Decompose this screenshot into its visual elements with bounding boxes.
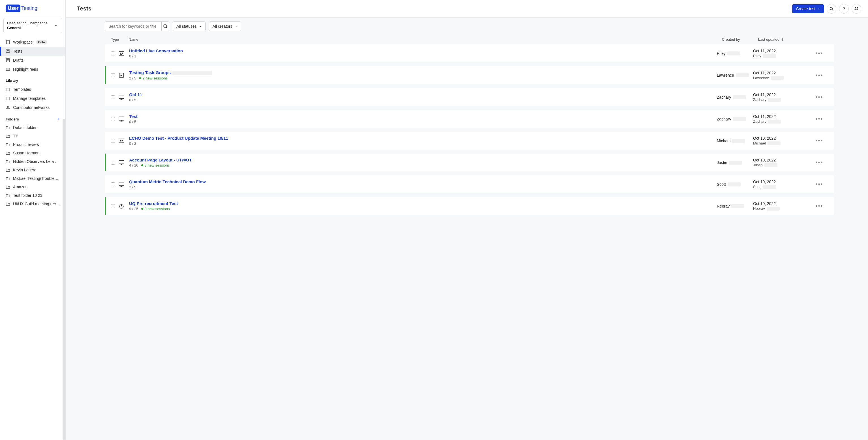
contributor-networks-icon bbox=[6, 105, 10, 110]
test-count: 2 / 5 bbox=[129, 76, 136, 80]
folder-name: Default folder bbox=[13, 125, 36, 130]
test-row: Oct 11 0 / 5 Zachary Oct 11, 2022 Zachar… bbox=[105, 88, 834, 106]
redacted bbox=[763, 54, 776, 58]
sidebar-item-label: Templates bbox=[13, 87, 31, 92]
row-checkbox[interactable] bbox=[111, 161, 115, 165]
row-checkbox[interactable] bbox=[111, 52, 115, 56]
sidebar-item-highlight-reels[interactable]: Highlight reels bbox=[0, 65, 65, 74]
row-checkbox[interactable] bbox=[111, 73, 115, 77]
workspace-name: General bbox=[7, 26, 48, 30]
new-sessions-badge: 2 new sessions bbox=[139, 76, 167, 80]
sidebar-item-workspace[interactable]: Workspace Beta bbox=[0, 38, 65, 47]
test-title-link[interactable]: Testing Task Groups bbox=[129, 70, 171, 75]
test-title-link[interactable]: Untitled Live Conversation bbox=[129, 48, 183, 53]
status-filter[interactable]: All statuses bbox=[173, 22, 206, 31]
creator-filter[interactable]: All creators bbox=[209, 22, 241, 31]
drafts-icon bbox=[6, 58, 10, 63]
row-checkbox[interactable] bbox=[111, 204, 115, 208]
row-checkbox[interactable] bbox=[111, 139, 115, 143]
folder-item[interactable]: Product review bbox=[0, 140, 65, 149]
test-type-icon bbox=[118, 203, 125, 209]
workspace-selector[interactable]: UserTesting Champagne General bbox=[3, 18, 62, 33]
row-checkbox[interactable] bbox=[111, 117, 115, 121]
user-avatar[interactable]: JJ bbox=[851, 4, 861, 13]
logo-text: Testing bbox=[21, 5, 37, 11]
sidebar-item-templates[interactable]: Templates bbox=[0, 85, 65, 94]
folder-icon bbox=[6, 142, 10, 147]
test-count: 0 / 1 bbox=[129, 54, 136, 58]
row-checkbox[interactable] bbox=[111, 182, 115, 187]
folder-item[interactable]: Susan Harmon bbox=[0, 149, 65, 157]
row-actions-button[interactable]: ••• bbox=[813, 136, 825, 145]
row-checkbox[interactable] bbox=[111, 95, 115, 99]
redacted bbox=[731, 204, 744, 208]
test-count: 2 / 5 bbox=[129, 185, 136, 189]
row-actions-button[interactable]: ••• bbox=[813, 180, 825, 189]
test-title-link[interactable]: Account Page Layout - UT@UT bbox=[129, 158, 192, 162]
row-actions-button[interactable]: ••• bbox=[813, 93, 825, 102]
updated-date: Oct 11, 2022 bbox=[753, 48, 810, 53]
test-title-link[interactable]: Test bbox=[129, 114, 137, 119]
search-button[interactable] bbox=[161, 22, 169, 31]
creator-name: Neerav bbox=[717, 204, 730, 208]
logo[interactable]: User Testing bbox=[0, 0, 65, 17]
creator-name: Riley bbox=[717, 51, 725, 56]
folder-item[interactable]: Default folder bbox=[0, 123, 65, 132]
add-folder-button[interactable]: + bbox=[57, 116, 60, 122]
folder-item[interactable]: Amazon bbox=[0, 183, 65, 191]
global-search-button[interactable] bbox=[827, 4, 836, 13]
sidebar-item-label: Highlight reels bbox=[13, 67, 38, 72]
column-created-by[interactable]: Created by bbox=[722, 37, 758, 41]
test-type-icon bbox=[118, 94, 125, 100]
test-title-link[interactable]: UQ Pre-recruitment Test bbox=[129, 201, 178, 206]
updated-date: Oct 10, 2022 bbox=[753, 136, 810, 140]
row-actions-button[interactable]: ••• bbox=[813, 158, 825, 167]
row-actions-button[interactable]: ••• bbox=[813, 202, 825, 210]
column-name[interactable]: Name bbox=[128, 37, 722, 41]
help-button[interactable]: ? bbox=[839, 4, 849, 13]
sidebar-item-contributor-networks[interactable]: Contributor networks bbox=[0, 103, 65, 112]
folder-item[interactable]: Test folder 10 23 bbox=[0, 191, 65, 200]
sort-arrow-down-icon bbox=[780, 38, 784, 41]
sidebar-item-label: Contributor networks bbox=[13, 105, 50, 110]
updater-name: Michael bbox=[753, 141, 766, 145]
row-actions-button[interactable]: ••• bbox=[813, 71, 825, 80]
row-actions-button[interactable]: ••• bbox=[813, 114, 825, 123]
column-last-updated-label: Last updated bbox=[758, 37, 779, 41]
updated-date: Oct 11, 2022 bbox=[753, 114, 810, 119]
folder-item[interactable]: Kevin Legere bbox=[0, 166, 65, 174]
sidebar-scrollbar[interactable] bbox=[63, 119, 65, 440]
workspace-icon bbox=[6, 40, 10, 44]
sidebar-item-drafts[interactable]: Drafts bbox=[0, 56, 65, 65]
test-count: 0 / 5 bbox=[129, 98, 136, 102]
test-title-link[interactable]: Quantum Metric Technical Demo Flow bbox=[129, 179, 206, 184]
test-row: Untitled Live Conversation 0 / 1 Riley O… bbox=[105, 44, 834, 62]
test-type-icon bbox=[118, 138, 125, 144]
sidebar-item-manage-templates[interactable]: Manage templates bbox=[0, 94, 65, 103]
search-input[interactable] bbox=[105, 22, 161, 31]
tests-icon bbox=[6, 49, 10, 54]
search-group bbox=[105, 22, 169, 31]
redacted bbox=[173, 71, 212, 75]
folder-item[interactable]: Hidden Observers beta fee... bbox=[0, 157, 65, 166]
updater-name: Riley bbox=[753, 54, 761, 58]
templates-icon bbox=[6, 87, 10, 92]
creator-name: Zachary bbox=[717, 95, 731, 100]
test-title-link[interactable]: LCHO Demo Test - Product Update Meeting … bbox=[129, 136, 228, 140]
sidebar-item-tests[interactable]: Tests bbox=[0, 47, 65, 56]
column-last-updated[interactable]: Last updated bbox=[758, 37, 815, 41]
test-row: Test 0 / 5 Zachary Oct 11, 2022 Zachary … bbox=[105, 110, 834, 128]
folder-item[interactable]: Mickael Testing/Troublesho... bbox=[0, 174, 65, 183]
folder-name: Kevin Legere bbox=[13, 168, 36, 172]
folder-item[interactable]: TY bbox=[0, 132, 65, 140]
redacted bbox=[763, 185, 776, 189]
test-title-link[interactable]: Oct 11 bbox=[129, 92, 142, 97]
updater-name: Zachary bbox=[753, 98, 766, 102]
creator-name: Scott bbox=[717, 182, 726, 187]
column-type[interactable]: Type bbox=[111, 37, 128, 41]
row-actions-button[interactable]: ••• bbox=[813, 49, 825, 58]
create-test-button[interactable]: Create test bbox=[792, 4, 824, 13]
folder-item[interactable]: UI/UX Guild meeting record... bbox=[0, 200, 65, 208]
updated-date: Oct 11, 2022 bbox=[753, 71, 810, 75]
test-count: 4 / 10 bbox=[129, 163, 138, 167]
